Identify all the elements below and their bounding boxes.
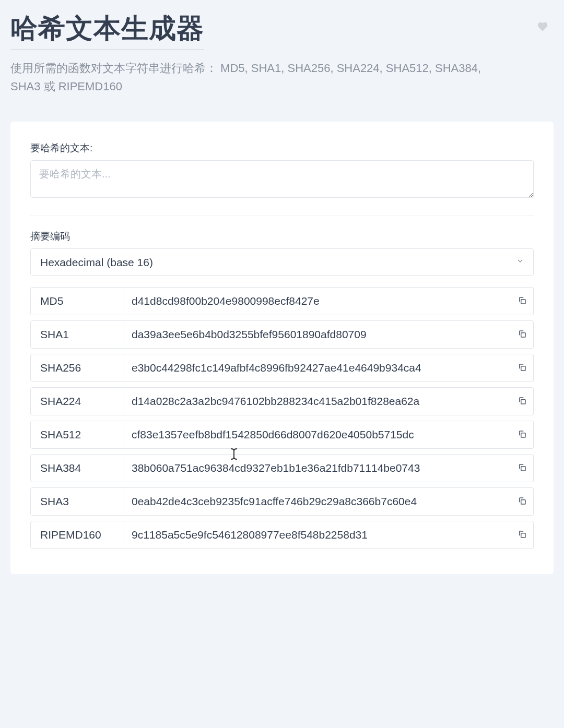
hash-value[interactable]: da39a3ee5e6b4b0d3255bfef95601890afd80709 bbox=[124, 320, 511, 349]
hash-row: SHA512cf83e1357eefb8bdf1542850d66d8007d6… bbox=[30, 421, 534, 449]
hash-row: SHA1da39a3ee5e6b4b0d3255bfef95601890afd8… bbox=[30, 320, 534, 349]
hash-value[interactable]: 0eab42de4c3ceb9235fc91acffe746b29c29a8c3… bbox=[124, 487, 511, 516]
page-title: 哈希文本生成器 bbox=[10, 10, 204, 47]
copy-icon bbox=[518, 496, 527, 507]
hash-algo-label: RIPEMD160 bbox=[30, 521, 124, 549]
copy-icon bbox=[518, 396, 527, 407]
divider bbox=[30, 216, 534, 216]
copy-icon bbox=[518, 296, 527, 307]
hash-row: SHA224d14a028c2a3a2bc9476102bb288234c415… bbox=[30, 387, 534, 415]
copy-button[interactable] bbox=[511, 421, 534, 449]
hash-value[interactable]: cf83e1357eefb8bdf1542850d66d8007d620e405… bbox=[124, 421, 511, 449]
hash-algo-label: SHA256 bbox=[30, 354, 124, 382]
hash-algo-label: SHA3 bbox=[30, 487, 124, 516]
copy-button[interactable] bbox=[511, 487, 534, 516]
svg-rect-0 bbox=[521, 300, 525, 304]
svg-rect-5 bbox=[521, 467, 525, 471]
hash-algo-label: SHA512 bbox=[30, 421, 124, 449]
svg-rect-2 bbox=[521, 366, 525, 371]
hash-row: SHA30eab42de4c3ceb9235fc91acffe746b29c29… bbox=[30, 487, 534, 516]
copy-icon bbox=[518, 363, 527, 374]
hash-algo-label: SHA1 bbox=[30, 320, 124, 349]
hash-row: MD5d41d8cd98f00b204e9800998ecf8427e bbox=[30, 287, 534, 315]
hash-value[interactable]: d14a028c2a3a2bc9476102bb288234c415a2b01f… bbox=[124, 387, 511, 415]
copy-button[interactable] bbox=[511, 521, 534, 549]
copy-button[interactable] bbox=[511, 287, 534, 315]
svg-rect-1 bbox=[521, 333, 525, 337]
copy-button[interactable] bbox=[511, 354, 534, 382]
page-header: 哈希文本生成器 使用所需的函数对文本字符串进行哈希： MD5, SHA1, SH… bbox=[10, 10, 554, 96]
copy-icon bbox=[518, 530, 527, 541]
main-card: 要哈希的文本: 摘要编码 Hexadecimal (base 16) MD5d4… bbox=[10, 122, 554, 574]
hash-input[interactable] bbox=[30, 160, 534, 198]
hash-value[interactable]: e3b0c44298fc1c149afbf4c8996fb92427ae41e4… bbox=[124, 354, 511, 382]
svg-rect-6 bbox=[521, 500, 525, 504]
title-container: 哈希文本生成器 bbox=[10, 10, 204, 50]
svg-rect-3 bbox=[521, 400, 525, 404]
heart-icon[interactable] bbox=[537, 21, 548, 35]
copy-button[interactable] bbox=[511, 454, 534, 482]
hash-row: SHA38438b060a751ac96384cd9327eb1b1e36a21… bbox=[30, 454, 534, 482]
input-label: 要哈希的文本: bbox=[30, 141, 534, 155]
page-subtitle: 使用所需的函数对文本字符串进行哈希： MD5, SHA1, SHA256, SH… bbox=[10, 59, 512, 96]
hash-value[interactable]: d41d8cd98f00b204e9800998ecf8427e bbox=[124, 287, 511, 315]
hash-value[interactable]: 9c1185a5c5e9fc54612808977ee8f548b2258d31 bbox=[124, 521, 511, 549]
encoding-select[interactable]: Hexadecimal (base 16) bbox=[30, 248, 534, 276]
hash-list: MD5d41d8cd98f00b204e9800998ecf8427eSHA1d… bbox=[30, 287, 534, 549]
copy-icon bbox=[518, 329, 527, 340]
hash-algo-label: SHA384 bbox=[30, 454, 124, 482]
encoding-label: 摘要编码 bbox=[30, 230, 534, 243]
hash-row: RIPEMD1609c1185a5c5e9fc54612808977ee8f54… bbox=[30, 521, 534, 549]
copy-button[interactable] bbox=[511, 387, 534, 415]
copy-icon bbox=[518, 463, 527, 474]
hash-row: SHA256e3b0c44298fc1c149afbf4c8996fb92427… bbox=[30, 354, 534, 382]
svg-rect-4 bbox=[521, 433, 525, 437]
copy-button[interactable] bbox=[511, 320, 534, 349]
hash-algo-label: SHA224 bbox=[30, 387, 124, 415]
hash-algo-label: MD5 bbox=[30, 287, 124, 315]
copy-icon bbox=[518, 429, 527, 440]
encoding-select-wrapper: Hexadecimal (base 16) bbox=[30, 248, 534, 276]
hash-value[interactable]: 38b060a751ac96384cd9327eb1b1e36a21fdb711… bbox=[124, 454, 511, 482]
svg-rect-7 bbox=[521, 533, 525, 538]
